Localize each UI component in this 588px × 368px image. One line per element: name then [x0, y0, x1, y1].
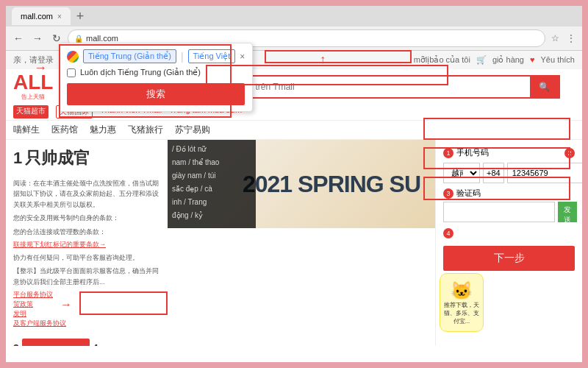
translation-header: Tiếng Trung (Giản thể) | Tiếng Việt × — [67, 49, 245, 63]
toolbar-icons: ☆ ⋮ — [548, 32, 578, 45]
annotation-arrow-1: → — [34, 60, 47, 76]
num-badge-2: 2 — [564, 148, 575, 158]
category-menu: / Đồ lót nữ nam / thể thao giày nam / tú… — [168, 140, 256, 228]
search-button-popup[interactable]: 搜索 — [67, 83, 245, 105]
translation-option-row: Luôn dịch Tiếng Trung (Giản thể) — [67, 68, 245, 77]
nav-item-0[interactable]: 喵鲜生 — [13, 124, 40, 136]
mascot-face: 🐱 — [451, 280, 473, 301]
terms-link-2[interactable]: 发明 — [13, 309, 160, 319]
tab-label: mall.com — [21, 12, 53, 21]
back-btn[interactable]: ← — [10, 30, 26, 46]
url-display: mall.com — [86, 34, 118, 43]
tmall-super-badge: 天猫超市 — [13, 105, 49, 118]
favorites-icon[interactable]: ♥ — [530, 55, 535, 64]
terms-intro2: 您的安全及用账号制约自身的条款： — [13, 213, 160, 223]
phone-input[interactable] — [507, 163, 582, 183]
popup-close-btn[interactable]: × — [240, 52, 245, 62]
captcha-input-row: 发送验证码 — [443, 202, 575, 222]
main-layout: 1 只帅成官 阅读：在在丰酒主催处颈中点洗按照准，借当试期据知以下协议，请在及众… — [6, 140, 582, 346]
agree-button[interactable]: 同意协议 — [22, 339, 90, 346]
phone-code: +84 — [483, 163, 504, 183]
send-captcha-button[interactable]: 发送验证码 — [558, 202, 577, 222]
number-4-label: 4 — [93, 342, 98, 346]
banner-text-area: 2021 SPRING SU — [243, 171, 420, 198]
agree-text: 协力有任何疑问，可助平台客服咨询处理。 — [13, 252, 160, 263]
registration-panel: 1 手机号码 2 越南 +84 ✓ 3 验证码 发送验证码 — [435, 140, 582, 346]
terms-link-1[interactable]: 贸政策 — [13, 300, 160, 309]
category-3[interactable]: sắc đẹp / cà — [172, 183, 251, 196]
phone-input-row: 越南 +84 ✓ — [443, 163, 575, 183]
terms-intro-text: 阅读：在在丰酒主催处颈中点洗按照准，借当试期据知以下协议，请在及众家前始起、五分… — [13, 178, 160, 210]
phone-label: 手机号码 — [456, 147, 489, 158]
favorites-label[interactable]: Yêu thích — [541, 55, 575, 64]
always-translate-label: Luôn dịch Tiếng Trung (Giản thể) — [80, 68, 201, 77]
terms-link-3[interactable]: 及客户端服务协议 — [13, 319, 160, 328]
new-tab-btn[interactable]: + — [76, 9, 85, 24]
nav-item-4[interactable]: 苏宁易购 — [175, 124, 210, 136]
menu-icon[interactable]: ⋮ — [564, 32, 578, 45]
captcha-label-row: 3 验证码 — [443, 188, 575, 199]
spring-banner: / Đồ lót nữ nam / thể thao giày nam / tú… — [168, 140, 435, 228]
page-number-1: 1 — [13, 149, 22, 168]
next-btn-label-row: 4 — [443, 228, 575, 238]
tmall-nav: 喵鲜生 医药馆 魅力惠 飞猪旅行 苏宁易购 — [6, 121, 582, 140]
category-2[interactable]: giày nam / túi — [172, 169, 251, 183]
annotation-arrow-up: ↑ — [320, 53, 326, 66]
captcha-label: 验证码 — [456, 188, 481, 199]
spring-banner-text: 2021 SPRING SU — [243, 171, 420, 198]
tab-close-btn[interactable]: × — [57, 13, 62, 21]
tmall-search-button[interactable]: 🔍 — [530, 77, 559, 97]
browser-tabs-bar: mall.com × + — [6, 6, 582, 26]
category-0[interactable]: / Đồ lót nữ — [172, 143, 251, 156]
cart-label[interactable]: giỏ hàng — [492, 55, 524, 65]
terms-link-0[interactable]: 平台服务协议 — [13, 290, 160, 300]
nav-item-2[interactable]: 魅力惠 — [90, 124, 116, 136]
num-badge-4: 4 — [443, 228, 453, 238]
browser-tab[interactable]: mall.com × — [12, 7, 71, 25]
next-button[interactable]: 下一步 — [443, 246, 575, 271]
forward-btn[interactable]: → — [29, 30, 46, 46]
always-translate-checkbox[interactable] — [67, 68, 76, 77]
mascot: 🐱 推荐下载，天猫、多乐、支付宝... — [440, 273, 484, 332]
num-badge-3: 3 — [443, 188, 453, 199]
annotation-arrow-agree: → — [60, 298, 72, 311]
category-5[interactable]: động / kỷ — [172, 209, 251, 222]
captcha-input[interactable] — [443, 202, 555, 222]
terms-links: 平台服务协议 贸政策 发明 及客户端服务协议 — [13, 290, 160, 328]
lang-divider: | — [181, 51, 184, 63]
phone-label-row: 1 手机号码 2 — [443, 147, 575, 158]
country-select[interactable]: 越南 — [443, 163, 480, 183]
bookmark-icon[interactable]: ☆ — [548, 32, 562, 45]
lang-from-button[interactable]: Tiếng Trung (Giản thể) — [83, 49, 176, 63]
lang-to-button[interactable]: Tiếng Việt — [188, 49, 236, 63]
cart-icon[interactable]: 🛒 — [476, 55, 487, 65]
tmall-logo: ALL 告上天猫 — [13, 72, 53, 101]
nav-item-1[interactable]: 医药馆 — [51, 124, 78, 136]
num-badge-1: 1 — [443, 148, 453, 158]
number-3-label: 3 — [13, 342, 19, 346]
left-sidebar: 1 只帅成官 阅读：在在丰酒主催处颈中点洗按照准，借当试期据知以下协议，请在及众… — [6, 140, 168, 346]
mascot-text: 推荐下载，天猫、多乐、支付宝... — [443, 301, 480, 325]
nav-item-3[interactable]: 飞猪旅行 — [128, 124, 163, 136]
terms-item3[interactable]: 联接规下划红标记的重要条款→ — [13, 240, 160, 250]
translation-popup: Tiếng Trung (Giản thể) | Tiếng Việt × Lu… — [59, 43, 253, 112]
warning-text: 【整示】当此级平台面面前示服客信息，确当并同意协议后我们全部主册程序后... — [13, 266, 160, 287]
category-4[interactable]: inh / Trang — [172, 196, 251, 209]
category-1[interactable]: nam / thể thao — [172, 156, 251, 169]
my-store-link[interactable]: mỡlịbảo của tôi — [414, 55, 470, 65]
agree-section: 3 同意协议 4 — [13, 333, 160, 346]
center-content: / Đồ lót nữ nam / thể thao giày nam / tú… — [168, 140, 435, 346]
terms-item2: 您的合法连接或管理数的条款： — [13, 227, 160, 237]
secure-icon: 🔒 — [74, 35, 83, 43]
chinese-heading: 只帅成官 — [25, 147, 90, 169]
google-logo — [67, 51, 79, 63]
